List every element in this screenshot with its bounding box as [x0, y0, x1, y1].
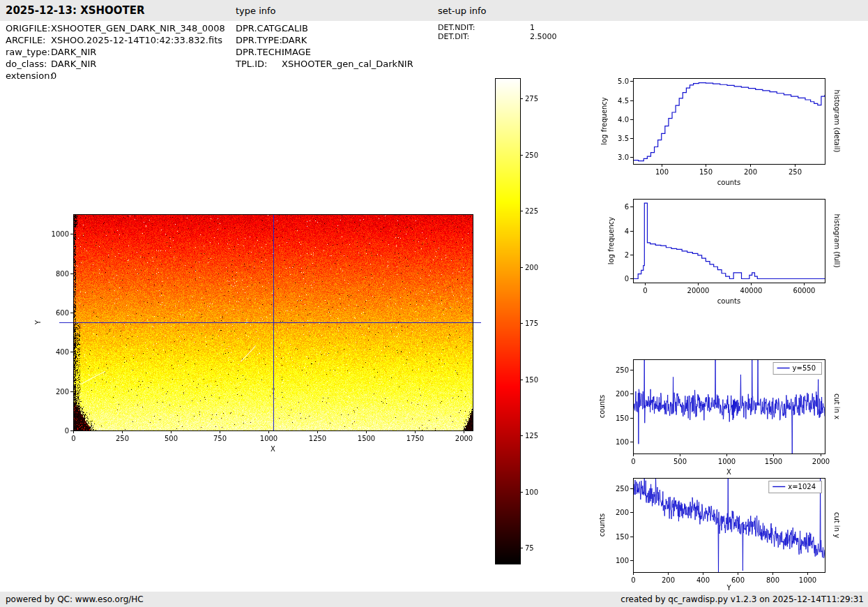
rawtype-value: DARK_NIR [51, 46, 96, 58]
origfile-value: XSHOOTER_GEN_DARK_NIR_348_0008 [51, 22, 225, 34]
meta-row-dprtech: DPR.TECH: IMAGE [236, 46, 413, 58]
dprtype-value: DARK [282, 34, 307, 46]
rawtype-label: raw_type: [6, 46, 51, 58]
meta-row-origfile: ORIGFILE: XSHOOTER_GEN_DARK_NIR_348_0008 [6, 22, 225, 34]
meta-row-tplid: TPL.ID: XSHOOTER_gen_cal_DarkNIR [236, 58, 413, 70]
setup-info-block: DET.NDIT: 1 DET.DIT: 2.5000 [438, 23, 557, 41]
tplid-label: TPL.ID: [236, 58, 282, 70]
type-info-block: DPR.CATG: CALIB DPR.TYPE: DARK DPR.TECH:… [236, 22, 413, 70]
meta-row-arcfile: ARCFILE: XSHOO.2025-12-14T10:42:33.832.f… [6, 34, 225, 46]
dprcatg-label: DPR.CATG: [236, 22, 282, 34]
meta-row-dprcatg: DPR.CATG: CALIB [236, 22, 413, 34]
setup-info-heading: set-up info [438, 6, 487, 16]
figure-canvas [0, 0, 868, 607]
meta-row-detndit: DET.NDIT: 1 [438, 23, 557, 32]
footer-powered-by: powered by QC: www.eso.org/HC [6, 594, 144, 604]
origfile-label: ORIGFILE: [6, 22, 51, 34]
doclass-label: do_class: [6, 58, 51, 70]
meta-row-dprtype: DPR.TYPE: DARK [236, 34, 413, 46]
tplid-value: XSHOOTER_gen_cal_DarkNIR [282, 58, 413, 70]
detdit-label: DET.DIT: [438, 32, 530, 41]
meta-row-rawtype: raw_type: DARK_NIR [6, 46, 225, 58]
meta-row-detdit: DET.DIT: 2.5000 [438, 32, 557, 41]
arcfile-value: XSHOO.2025-12-14T10:42:33.832.fits [51, 34, 222, 46]
detdit-value: 2.5000 [530, 32, 557, 41]
dprtech-value: IMAGE [282, 46, 311, 58]
footer-created-by: created by qc_rawdisp.py v1.2.3 on 2025-… [620, 594, 864, 604]
dprtype-label: DPR.TYPE: [236, 34, 282, 46]
file-info-block: ORIGFILE: XSHOOTER_GEN_DARK_NIR_348_0008… [6, 22, 225, 82]
dprtech-label: DPR.TECH: [236, 46, 282, 58]
page-title: 2025-12-13: XSHOOTER [6, 4, 145, 17]
extension-label: extension: [6, 70, 51, 82]
qc-report-page: 2025-12-13: XSHOOTER type info set-up in… [0, 0, 868, 607]
detndit-value: 1 [530, 23, 535, 32]
meta-row-extension: extension: 0 [6, 70, 225, 82]
type-info-heading: type info [236, 6, 276, 16]
extension-value: 0 [51, 70, 56, 82]
meta-row-doclass: do_class: DARK_NIR [6, 58, 225, 70]
dprcatg-value: CALIB [282, 22, 308, 34]
detndit-label: DET.NDIT: [438, 23, 530, 32]
header-bar: 2025-12-13: XSHOOTER type info set-up in… [0, 0, 868, 21]
footer-bar: powered by QC: www.eso.org/HC created by… [0, 592, 868, 607]
arcfile-label: ARCFILE: [6, 34, 51, 46]
doclass-value: DARK_NIR [51, 58, 96, 70]
